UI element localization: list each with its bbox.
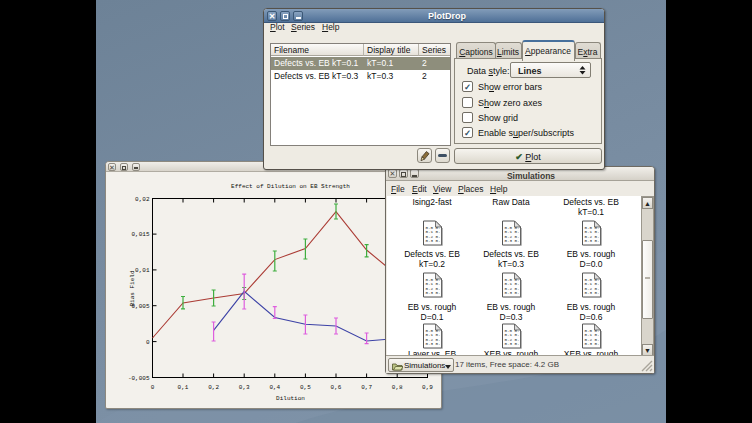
svg-text:0,7: 0,7 bbox=[361, 384, 372, 391]
svg-text:0,015: 0,015 bbox=[131, 231, 149, 238]
svg-text:0: 0 bbox=[151, 384, 155, 391]
svg-text:0,2: 0,2 bbox=[208, 384, 219, 391]
svg-text:0,8: 0,8 bbox=[392, 384, 403, 391]
svg-text:0,6: 0,6 bbox=[331, 384, 342, 391]
svg-text:0,9: 0,9 bbox=[422, 384, 433, 391]
svg-text:0,02: 0,02 bbox=[135, 196, 150, 203]
svg-text:0,3: 0,3 bbox=[239, 384, 250, 391]
svg-text:Bias Field: Bias Field bbox=[129, 270, 136, 306]
svg-text:-0,005: -0,005 bbox=[128, 375, 150, 382]
svg-text:0,1: 0,1 bbox=[178, 384, 189, 391]
svg-text:Dilution: Dilution bbox=[276, 395, 305, 402]
svg-text:0: 0 bbox=[146, 339, 150, 346]
svg-text:Effect of Dilution on EB Stren: Effect of Dilution on EB Strength bbox=[231, 183, 350, 190]
svg-text:0,01: 0,01 bbox=[135, 267, 150, 274]
svg-text:0,4: 0,4 bbox=[269, 384, 280, 391]
svg-text:0,5: 0,5 bbox=[300, 384, 311, 391]
